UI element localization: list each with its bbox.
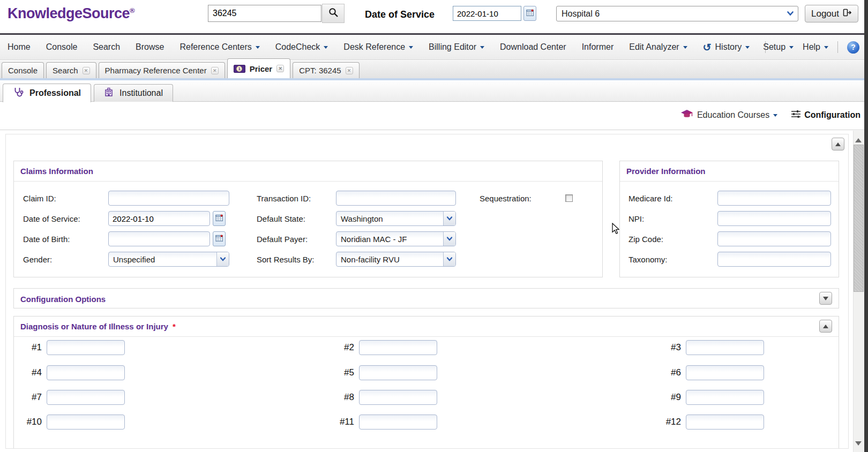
diagnosis-slot-8: #8 [319,390,437,405]
gender-select[interactable]: Unspecified [108,252,229,267]
diagnosis-input-2[interactable] [359,340,437,355]
date-of-service-input[interactable] [108,211,210,226]
calendar-icon [215,214,223,224]
chevron-down-icon [443,252,455,266]
sort-results-select[interactable]: Non-facility RVU [336,252,456,267]
collapse-diagnosis-button[interactable] [819,320,832,333]
scrollbar-up-arrow[interactable] [855,135,862,142]
menu-left-group: Home Console Search Browse Reference Cen… [8,35,766,59]
menu-setup[interactable]: Setup [763,42,794,52]
diagnosis-input-6[interactable] [686,365,764,380]
calendar-icon [526,9,534,19]
top-header: KnowledgeSource® Date of Service Hospita… [0,0,868,33]
help-icon[interactable]: ? [847,41,859,54]
default-payer-select[interactable]: Noridian MAC - JF [336,231,456,246]
chevron-down-icon [443,212,455,225]
close-icon[interactable]: ✕ [83,67,90,74]
menu-console[interactable]: Console [46,42,78,52]
menu-download-center[interactable]: Download Center [500,42,566,52]
diagnosis-input-11[interactable] [359,415,437,430]
menu-history[interactable]: ↺History [703,42,750,52]
hospital-icon [104,87,114,99]
default-payer-label: Default Payer: [257,235,308,244]
diagnosis-title: Diagnosis or Nature of Illness or Injury… [14,317,839,337]
diagnosis-slot-7: #7 [19,390,125,405]
screen-edge-strip [864,0,868,452]
tab-cpt-36245[interactable]: CPT: 36245✕ [293,62,359,78]
close-icon[interactable]: ✕ [211,67,219,74]
logout-button[interactable]: Logout [805,5,858,22]
menu-divider [837,41,838,53]
medicare-id-input[interactable] [717,191,831,206]
caret-down-icon [324,46,328,51]
menu-reference-centers[interactable]: Reference Centers [179,42,259,52]
close-icon[interactable]: ✕ [276,65,284,72]
code-search-input[interactable] [208,5,321,22]
date-of-service-calendar-button[interactable] [213,211,226,226]
menu-desk-reference[interactable]: Desk Reference [343,42,413,52]
npi-input[interactable] [717,211,831,226]
stethoscope-icon [13,87,24,100]
main-menu-bar: Home Console Search Browse Reference Cen… [0,35,868,60]
page-toolbar: Education Courses Configuration [0,102,868,130]
menu-home[interactable]: Home [8,42,31,52]
caret-down-icon [824,46,828,51]
claim-id-input[interactable] [108,191,229,206]
taxonomy-input[interactable] [717,252,831,267]
menu-informer[interactable]: Informer [582,42,614,52]
diagnosis-input-4[interactable] [47,365,125,380]
menu-codecheck[interactable]: CodeCheck [275,42,328,52]
caret-down-icon [745,46,750,51]
sequestration-checkbox[interactable] [565,194,573,202]
claim-id-label: Claim ID: [23,194,56,203]
menu-right-group: Setup Help ? [763,35,859,59]
menu-browse[interactable]: Browse [136,42,164,52]
default-state-select[interactable]: Washington [336,211,456,226]
expand-configuration-options-button[interactable] [819,292,832,305]
caret-down-icon [683,46,687,51]
diagnosis-input-12[interactable] [686,415,764,430]
date-of-birth-input[interactable] [108,231,210,246]
chevron-down-icon [216,252,229,266]
graduation-cap-icon [680,109,693,121]
close-icon[interactable]: ✕ [346,67,353,74]
menu-search[interactable]: Search [93,42,120,52]
menu-edit-analyzer[interactable]: Edit Analyzer [629,42,687,52]
date-of-birth-calendar-button[interactable] [213,231,226,246]
diagnosis-slot-12: #12 [642,415,764,430]
tab-institutional[interactable]: Institutional [94,84,173,102]
menu-help[interactable]: Help [803,42,828,52]
tab-professional[interactable]: Professional [3,84,91,102]
education-courses-menu[interactable]: Education Courses [680,109,777,121]
expand-down-icon [823,297,828,303]
diagnosis-input-5[interactable] [359,365,437,380]
calendar-button[interactable] [523,6,536,21]
scrollbar-thumb[interactable] [854,145,864,292]
diagnosis-input-7[interactable] [47,390,125,405]
chevron-down-icon [443,232,455,246]
date-of-service-header-input[interactable] [453,6,521,21]
tab-pharmacy-reference-center[interactable]: Pharmacy Reference Center✕ [99,62,225,78]
facility-select[interactable]: Hospital 6 [556,6,798,21]
diagnosis-input-9[interactable] [686,390,764,405]
transaction-id-input[interactable] [336,191,456,206]
configuration-link[interactable]: Configuration [791,110,860,120]
diagnosis-panel: Diagnosis or Nature of Illness or Injury… [13,316,839,448]
history-icon: ↺ [703,42,712,52]
diagnosis-slot-11: #11 [319,415,437,430]
scrollbar-down-arrow[interactable] [855,441,862,449]
tab-search[interactable]: Search✕ [46,62,96,78]
configuration-options-panel: Configuration Options [13,288,839,308]
diagnosis-input-1[interactable] [47,340,125,355]
search-button[interactable] [322,4,345,23]
zip-code-input[interactable] [717,231,831,246]
facility-value: Hospital 6 [562,9,600,19]
diagnosis-input-3[interactable] [686,340,764,355]
menu-billing-editor[interactable]: Billing Editor [429,42,484,52]
tab-console[interactable]: Console [2,62,44,78]
tab-pricer[interactable]: 1 Pricer ✕ [227,58,291,78]
diagnosis-input-8[interactable] [359,390,437,405]
configuration-options-title: Configuration Options [14,289,839,309]
collapse-main-panel-button[interactable] [832,138,844,150]
diagnosis-input-10[interactable] [47,415,125,430]
